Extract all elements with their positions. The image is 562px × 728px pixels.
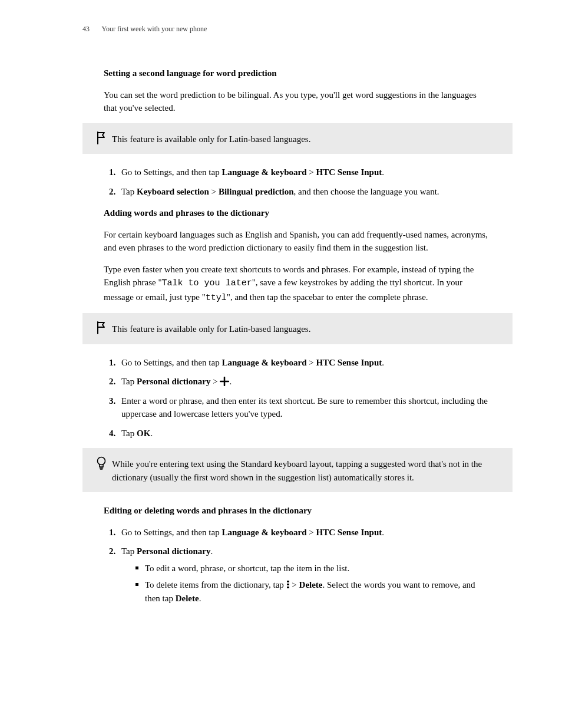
code-text: Talk to you later [162, 278, 252, 288]
sub-item: To edit a word, phrase, or shortcut, tap… [132, 562, 491, 575]
callout-note: This feature is available only for Latin… [82, 313, 513, 344]
steps-list: Go to Settings, and then tap Language & … [104, 356, 491, 440]
paragraph: Type even faster when you create text sh… [104, 263, 491, 305]
heading-second-language: Setting a second language for word predi… [104, 67, 491, 80]
steps-list: Go to Settings, and then tap Language & … [104, 526, 491, 605]
steps-list: Go to Settings, and then tap Language & … [104, 166, 491, 198]
step-item: Tap Keyboard selection > Bilingual predi… [118, 185, 491, 199]
heading-adding-words: Adding words and phrases to the dictiona… [104, 206, 491, 220]
callout-text: While you're entering text using the Sta… [112, 456, 504, 484]
callout-note: This feature is available only for Latin… [82, 123, 513, 154]
step-item: Go to Settings, and then tap Language & … [118, 526, 491, 539]
paragraph: You can set the word prediction to be bi… [104, 88, 491, 115]
plus-icon [220, 377, 229, 386]
sub-item: To delete items from the dictionary, tap… [132, 578, 491, 605]
paragraph: For certain keyboard languages such as E… [104, 228, 491, 255]
page-number: 43 [82, 25, 90, 33]
page-header: 43 Your first week with your new phone [82, 24, 491, 34]
sub-list: To edit a word, phrase, or shortcut, tap… [132, 562, 491, 605]
code-text: ttyl [206, 293, 227, 303]
step-item: Go to Settings, and then tap Language & … [118, 356, 491, 370]
chapter-title: Your first week with your new phone [102, 25, 207, 33]
step-item: Tap Personal dictionary. To edit a word,… [118, 545, 491, 605]
svg-rect-3 [287, 587, 289, 588]
heading-editing-deleting: Editing or deleting words and phrases in… [104, 504, 491, 518]
lightbulb-icon [96, 456, 107, 470]
step-item: Go to Settings, and then tap Language & … [118, 166, 491, 179]
svg-rect-1 [287, 581, 289, 582]
flag-icon [96, 131, 107, 144]
svg-point-0 [98, 457, 105, 465]
callout-text: This feature is available only for Latin… [112, 321, 504, 336]
callout-text: This feature is available only for Latin… [112, 131, 504, 146]
svg-rect-2 [287, 584, 289, 585]
step-item: Tap OK. [118, 427, 491, 440]
callout-tip: While you're entering text using the Sta… [82, 448, 513, 492]
step-item: Tap Personal dictionary > . [118, 375, 491, 388]
flag-icon [96, 321, 107, 334]
step-item: Enter a word or phrase, and then enter i… [118, 394, 491, 421]
